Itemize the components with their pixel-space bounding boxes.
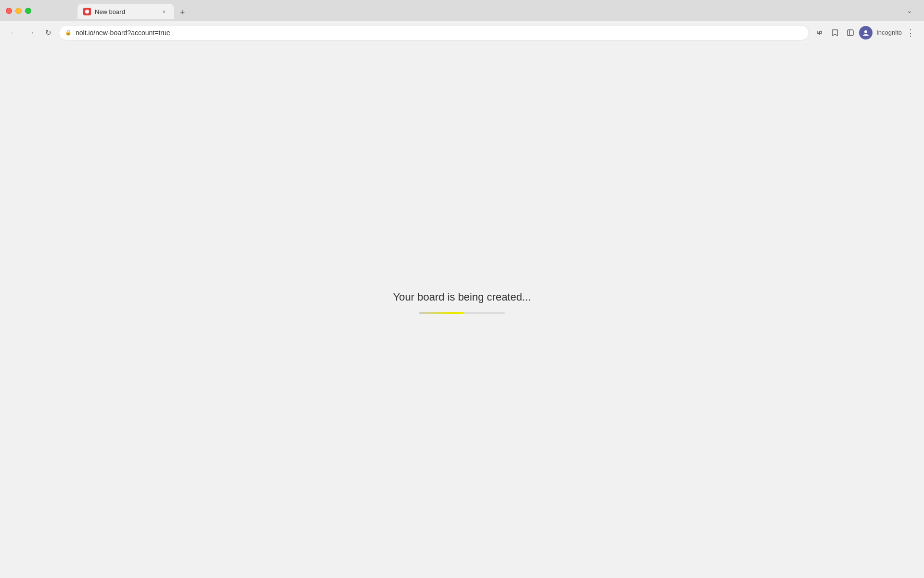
downloads-icon (816, 29, 823, 37)
browser-chrome: New board × + ⌄ ← → ↻ 🔒 nolt.io/new-boar… (0, 0, 924, 44)
incognito-label: Incognito (876, 29, 902, 36)
downloads-button[interactable] (813, 26, 826, 39)
url-text: nolt.io/new-board?account=true (76, 29, 803, 37)
browser-toolbar: ← → ↻ 🔒 nolt.io/new-board?account=true (0, 21, 924, 44)
address-bar[interactable]: 🔒 nolt.io/new-board?account=true (59, 25, 809, 40)
creation-message: Your board is being created... (393, 291, 531, 303)
refresh-button[interactable]: ↻ (41, 26, 55, 39)
sidebar-button[interactable] (844, 26, 857, 39)
tab-title: New board (95, 8, 156, 15)
traffic-lights (6, 8, 31, 14)
maximize-button[interactable] (25, 8, 31, 14)
bookmark-button[interactable] (828, 26, 842, 39)
svg-rect-5 (847, 30, 853, 36)
browser-menu-button[interactable]: ⋮ (904, 26, 917, 39)
svg-point-7 (864, 30, 867, 33)
tab-close-button[interactable]: × (160, 8, 168, 15)
bookmark-icon (831, 29, 839, 37)
toolbar-actions: Incognito ⋮ (813, 26, 917, 39)
close-button[interactable] (6, 8, 12, 14)
progress-bar-fill (419, 312, 467, 314)
minimize-button[interactable] (15, 8, 22, 14)
forward-button[interactable]: → (24, 26, 38, 39)
new-tab-button[interactable]: + (176, 6, 189, 19)
profile-icon (862, 29, 869, 36)
title-bar: New board × + ⌄ (0, 0, 924, 21)
page-content: Your board is being created... (0, 44, 924, 561)
active-tab[interactable]: New board × (77, 4, 174, 19)
lock-icon: 🔒 (65, 29, 72, 36)
progress-bar (419, 312, 505, 314)
tab-favicon-icon (83, 8, 91, 15)
tab-bar: New board × + ⌄ (39, 2, 918, 19)
tab-dropdown-icon[interactable]: ⌄ (907, 7, 912, 14)
back-button[interactable]: ← (7, 26, 20, 39)
sidebar-icon (847, 29, 854, 37)
profile-button[interactable] (859, 26, 873, 39)
